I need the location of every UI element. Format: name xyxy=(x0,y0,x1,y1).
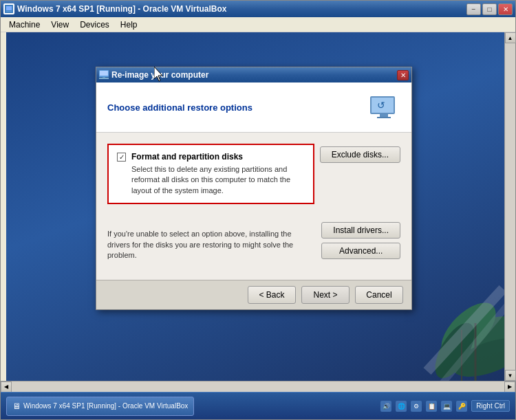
scroll-up-button[interactable]: ▲ xyxy=(505,32,516,43)
svg-text:↺: ↺ xyxy=(377,100,385,111)
dialog-footer: < Back Next > Cancel xyxy=(96,280,411,309)
tray-icon-3[interactable]: ⚙ xyxy=(411,401,422,412)
scrollbar-track-h xyxy=(12,382,504,393)
dialog-header: Choose additional restore options ↺ xyxy=(96,82,411,133)
window-title: Windows 7 x64 SP1 [Running] - Oracle VM … xyxy=(17,4,466,14)
next-button[interactable]: Next > xyxy=(301,286,350,304)
scroll-down-button[interactable]: ▼ xyxy=(505,370,516,381)
format-option-desc: Select this to delete any existing parti… xyxy=(131,164,305,196)
taskbar-app[interactable]: 🖥 Windows 7 x64 SP1 [Running] - Oracle V… xyxy=(6,397,194,416)
desktop: Windows 7 x64 SP1 [Running] - Oracle VM … xyxy=(0,0,516,420)
virtualbox-window: Windows 7 x64 SP1 [Running] - Oracle VM … xyxy=(0,0,516,420)
dialog-icon xyxy=(99,70,109,80)
svg-rect-1 xyxy=(6,6,12,10)
dialog-body: ✓ Format and repartition disks Select th… xyxy=(96,133,411,280)
cancel-button[interactable]: Cancel xyxy=(355,286,403,304)
reimagedialog: Re-image your computer ✕ Choose addition… xyxy=(96,67,412,310)
minimize-button[interactable]: − xyxy=(466,3,481,15)
format-option-box: ✓ Format and repartition disks Select th… xyxy=(107,144,314,204)
scroll-right-button[interactable]: ▶ xyxy=(504,382,515,393)
svg-rect-12 xyxy=(100,71,108,76)
taskbar-right: 🔊 🌐 ⚙ 📋 💻 🔑 Right Ctrl xyxy=(380,400,510,412)
svg-rect-13 xyxy=(99,78,109,79)
format-option-content: Format and repartition disks Select this… xyxy=(131,152,305,196)
tray-icon-4[interactable]: 📋 xyxy=(426,401,437,412)
svg-rect-18 xyxy=(380,114,388,117)
window-controls: − □ ✕ xyxy=(466,3,513,15)
right-ctrl-label: Right Ctrl xyxy=(471,400,510,412)
scroll-left-button[interactable]: ◀ xyxy=(1,382,12,393)
svg-rect-2 xyxy=(6,11,12,12)
format-option: ✓ Format and repartition disks Select th… xyxy=(117,152,305,196)
maximize-button[interactable]: □ xyxy=(482,3,497,15)
info-text: If you're unable to select an option abo… xyxy=(107,229,316,261)
advanced-button[interactable]: Advanced... xyxy=(321,243,400,259)
title-bar: Windows 7 x64 SP1 [Running] - Oracle VM … xyxy=(1,1,515,17)
taskbar-app-label: Windows 7 x64 SP1 [Running] - Oracle VM … xyxy=(23,402,188,410)
format-option-title: Format and repartition disks xyxy=(131,152,305,162)
tray-icon-6[interactable]: 🔑 xyxy=(456,401,467,412)
dialog-close-button[interactable]: ✕ xyxy=(397,70,409,80)
dialog-header-icon: ↺ xyxy=(367,91,400,124)
menu-view[interactable]: View xyxy=(45,19,74,31)
svg-rect-19 xyxy=(377,117,391,118)
tray-icon-1[interactable]: 🔊 xyxy=(380,401,391,412)
taskbar: 🖥 Windows 7 x64 SP1 [Running] - Oracle V… xyxy=(1,392,515,419)
install-drivers-button[interactable]: Install drivers... xyxy=(321,222,400,239)
app-icon xyxy=(3,3,14,14)
back-button[interactable]: < Back xyxy=(248,286,296,304)
vm-display: Re-image your computer ✕ Choose addition… xyxy=(6,32,510,392)
menu-devices[interactable]: Devices xyxy=(74,19,115,31)
dialog-title-bar: Re-image your computer ✕ xyxy=(96,67,411,82)
bottom-scrollbar[interactable]: ◀ ▶ xyxy=(1,381,515,392)
close-button[interactable]: ✕ xyxy=(498,3,513,15)
dialog-title: Re-image your computer xyxy=(111,70,397,80)
tray-icon-2[interactable]: 🌐 xyxy=(396,401,407,412)
menu-help[interactable]: Help xyxy=(115,19,143,31)
svg-rect-14 xyxy=(103,77,105,78)
menu-machine[interactable]: Machine xyxy=(3,19,45,31)
format-checkbox[interactable]: ✓ xyxy=(117,153,126,162)
menu-bar: Machine View Devices Help xyxy=(1,17,515,32)
taskbar-app-icon: 🖥 xyxy=(12,401,21,411)
tray-icon-5[interactable]: 💻 xyxy=(441,401,452,412)
right-scrollbar[interactable]: ▲ ▼ xyxy=(504,32,515,381)
dialog-heading: Choose additional restore options xyxy=(107,102,367,113)
exclude-disks-button[interactable]: Exclude disks... xyxy=(320,146,400,163)
